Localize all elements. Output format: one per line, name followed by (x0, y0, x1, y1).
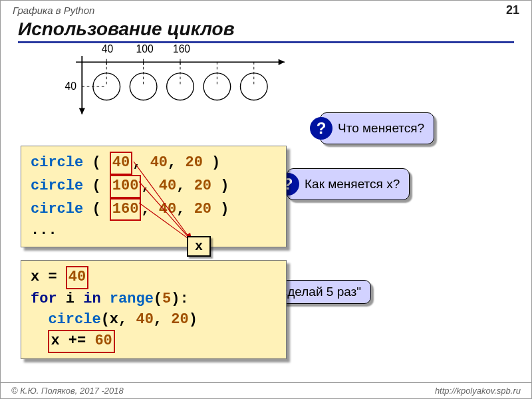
loop-line-assign: x = 40 (31, 266, 277, 289)
code-block-loop: x = 40 for i in range(5): circle(x, 40, … (21, 260, 287, 359)
axis-diagram: 40 100 160 40 (54, 41, 307, 120)
loop-line-call: circle(x, 40, 20) (31, 310, 277, 331)
code-line-3: circle ( 160, 40, 20 ) (31, 198, 277, 221)
page-number: 21 (506, 3, 519, 17)
header: Графика в Python 21 (1, 1, 531, 17)
callout1-text: Что меняется? (338, 121, 424, 136)
svg-marker-3 (79, 108, 85, 114)
svg-marker-1 (279, 59, 285, 65)
xtick-2: 160 (173, 43, 190, 55)
xtick-0: 40 (102, 43, 114, 55)
footer-left: © К.Ю. Поляков, 2017 -2018 (11, 386, 124, 396)
question-icon: ? (310, 117, 332, 140)
code-line-2: circle ( 100, 40, 20 ) (31, 175, 277, 198)
page-title: Использование циклов (18, 19, 514, 43)
xtick-1: 100 (136, 43, 154, 55)
callout2-text: Как меняется x? (305, 177, 400, 192)
callout3-text: "сделай 5 раз" (277, 285, 361, 299)
code-block-calls: circle ( 40, 40, 20 ) circle ( 100, 40, … (21, 146, 287, 247)
callout-how-x-changes: ? Как меняется x? (287, 168, 410, 200)
footer-right: http://kpolyakov.spb.ru (435, 386, 521, 396)
x-variable-label: x (187, 236, 211, 257)
callout-what-changes: ? Что меняется? (320, 112, 434, 144)
loop-line-for: for i in range(5): (31, 289, 277, 310)
code-line-1: circle ( 40, 40, 20 ) (31, 152, 277, 175)
course-title: Графика в Python (13, 5, 94, 16)
slide: Графика в Python 21 Использование циклов… (0, 0, 532, 399)
footer: © К.Ю. Поляков, 2017 -2018 http://kpolya… (1, 382, 531, 398)
ytick-0: 40 (65, 80, 76, 92)
loop-line-incr: x += 60 (31, 330, 277, 353)
code-line-dots: ... (31, 221, 277, 241)
